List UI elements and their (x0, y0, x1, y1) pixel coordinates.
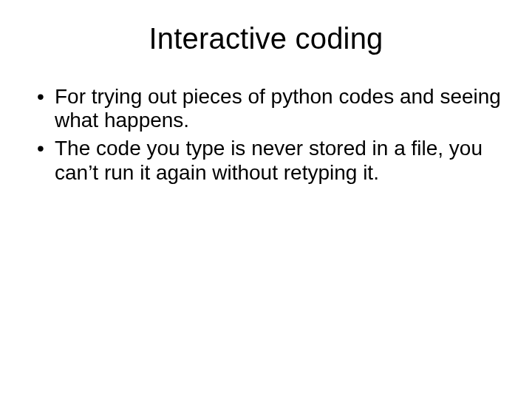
bullet-text: For trying out pieces of python codes an… (55, 85, 501, 132)
slide: Interactive coding For trying out pieces… (0, 0, 532, 399)
list-item: For trying out pieces of python codes an… (34, 85, 501, 132)
slide-title: Interactive coding (28, 22, 504, 55)
bullet-list: For trying out pieces of python codes an… (28, 85, 504, 185)
list-item: The code you type is never stored in a f… (34, 137, 501, 184)
bullet-text: The code you type is never stored in a f… (55, 137, 482, 183)
